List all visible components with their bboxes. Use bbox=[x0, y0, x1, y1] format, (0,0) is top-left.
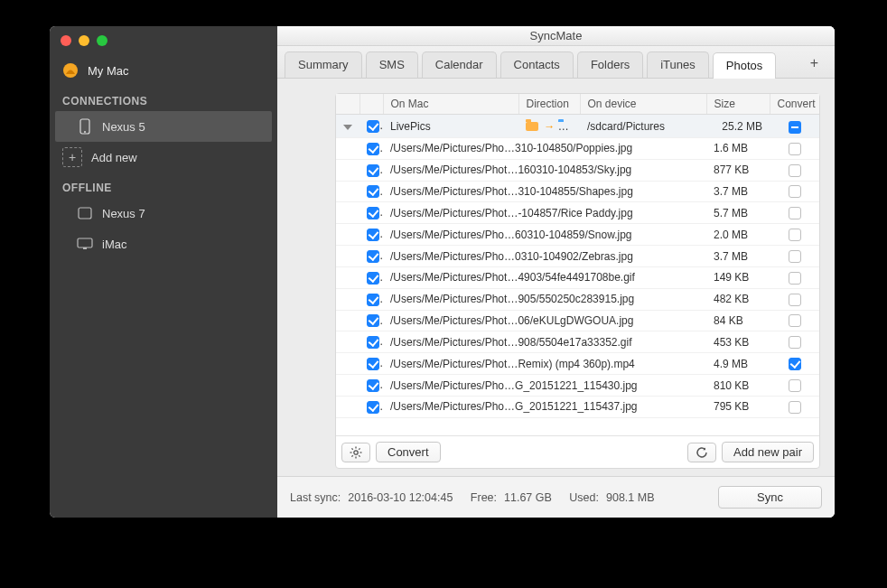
svg-point-2 bbox=[84, 131, 86, 133]
row-size: 5.7 MB bbox=[706, 202, 770, 224]
row-checkbox[interactable] bbox=[367, 379, 379, 392]
tab-itunes[interactable]: iTunes bbox=[647, 51, 709, 78]
row-convert-checkbox[interactable] bbox=[789, 379, 801, 392]
row-convert-checkbox[interactable] bbox=[789, 358, 801, 370]
table-row[interactable]: /Users/Me/Pictures/Pho…0310-104902/Zebra… bbox=[336, 246, 819, 267]
panel-toolbar: Convert Add new pair bbox=[336, 435, 819, 468]
disclosure-icon[interactable] bbox=[343, 125, 352, 130]
photos-panel: On Mac Direction On device Size Convert … bbox=[335, 93, 820, 469]
profile-row[interactable]: My Mac bbox=[50, 55, 277, 86]
table-row[interactable]: /Users/Me/Pictures/Phot…-104857/Rice Pad… bbox=[336, 202, 819, 224]
add-connection[interactable]: + Add new bbox=[62, 147, 265, 167]
sync-button[interactable]: Sync bbox=[718, 486, 822, 509]
row-size: 1.6 MB bbox=[706, 138, 770, 160]
row-convert-checkbox[interactable] bbox=[789, 294, 801, 306]
row-size: 84 KB bbox=[706, 310, 770, 331]
add-pair-button[interactable]: Add new pair bbox=[722, 442, 814, 462]
row-checkbox[interactable] bbox=[367, 185, 379, 198]
row-checkbox[interactable] bbox=[367, 294, 379, 306]
convert-button[interactable]: Convert bbox=[376, 442, 441, 462]
tab-sms[interactable]: SMS bbox=[366, 51, 418, 78]
tab-contacts[interactable]: Contacts bbox=[500, 51, 574, 78]
row-checkbox[interactable] bbox=[367, 229, 379, 241]
tab-calendar[interactable]: Calendar bbox=[422, 51, 497, 78]
sidebar-item-label: Nexus 7 bbox=[102, 207, 145, 220]
tab-summary[interactable]: Summary bbox=[285, 51, 362, 78]
row-convert-checkbox[interactable] bbox=[789, 207, 801, 219]
table-row[interactable]: /Users/Me/Pictures/Phot…4903/54fe4491708… bbox=[336, 266, 819, 288]
table-row[interactable]: /Users/Me/Pictures/Phot…905/550250c28391… bbox=[336, 288, 819, 310]
row-path: /Users/Me/Pictures/Phot…908/5504e17a3335… bbox=[383, 331, 706, 353]
row-checkbox[interactable] bbox=[367, 250, 379, 263]
group-row[interactable]: LivePics → /sdcard/Pictures 25.2 MB bbox=[336, 115, 819, 138]
settings-button[interactable] bbox=[341, 443, 370, 462]
col-size[interactable]: Size bbox=[706, 94, 770, 115]
row-path: /Users/Me/Pictures/Phot…905/550250c28391… bbox=[383, 288, 706, 310]
tab-folders[interactable]: Folders bbox=[577, 51, 643, 78]
table-row[interactable]: /Users/Me/Pictures/Pho…310-104850/Poppie… bbox=[336, 138, 819, 160]
row-path: /Users/Me/Pictures/Pho…0310-104902/Zebra… bbox=[383, 246, 706, 267]
row-convert-checkbox[interactable] bbox=[789, 336, 801, 349]
row-checkbox[interactable] bbox=[367, 314, 379, 327]
row-checkbox[interactable] bbox=[367, 336, 379, 349]
svg-rect-5 bbox=[83, 247, 87, 249]
table-row[interactable]: /Users/Me/Pictures/Phot…06/eKULgDWGOUA.j… bbox=[336, 310, 819, 331]
table-row[interactable]: /Users/Me/Pictures/Pho…G_20151221_115430… bbox=[336, 375, 819, 397]
row-checkbox[interactable] bbox=[367, 358, 379, 370]
table-row[interactable]: /Users/Me/Pictures/Phot…908/5504e17a3335… bbox=[336, 331, 819, 353]
row-size: 3.7 MB bbox=[706, 246, 770, 267]
refresh-icon bbox=[696, 446, 708, 459]
profile-label: My Mac bbox=[88, 64, 129, 78]
tab-add[interactable]: + bbox=[801, 51, 827, 78]
svg-line-14 bbox=[351, 455, 352, 456]
sidebar-item-imac[interactable]: iMac bbox=[50, 229, 277, 259]
free-value: 11.67 GB bbox=[504, 491, 552, 504]
row-checkbox[interactable] bbox=[367, 272, 379, 285]
table-row[interactable]: /Users/Me/Pictures/Pho…60310-104859/Snow… bbox=[336, 224, 819, 246]
row-checkbox[interactable] bbox=[367, 207, 379, 219]
row-convert-checkbox[interactable] bbox=[789, 272, 801, 285]
window-title: SyncMate bbox=[277, 26, 835, 46]
minimize-icon[interactable] bbox=[79, 35, 89, 46]
table-row[interactable]: /Users/Me/Pictures/Pho…G_20151221_115437… bbox=[336, 396, 819, 417]
row-convert-checkbox[interactable] bbox=[789, 314, 801, 327]
row-convert-checkbox[interactable] bbox=[789, 164, 801, 177]
sidebar-item-nexus7[interactable]: Nexus 7 bbox=[50, 198, 277, 229]
row-convert-checkbox[interactable] bbox=[789, 185, 801, 198]
row-size: 3.7 MB bbox=[706, 181, 770, 202]
row-size: 149 KB bbox=[706, 266, 770, 288]
col-convert[interactable]: Convert bbox=[770, 94, 819, 115]
group-on-mac: LivePics bbox=[383, 115, 518, 138]
group-checkbox[interactable] bbox=[367, 120, 379, 133]
folder-icon bbox=[558, 122, 571, 131]
last-sync-value: 2016-03-10 12:04:45 bbox=[348, 491, 453, 504]
col-direction[interactable]: Direction bbox=[518, 94, 580, 115]
row-convert-checkbox[interactable] bbox=[789, 401, 801, 414]
refresh-button[interactable] bbox=[687, 443, 716, 462]
zoom-icon[interactable] bbox=[97, 35, 107, 46]
row-size: 795 KB bbox=[706, 396, 770, 417]
row-convert-checkbox[interactable] bbox=[789, 143, 801, 155]
table-row[interactable]: /Users/Me/Pictures/Phot…Remix) (mp4 360p… bbox=[336, 353, 819, 375]
col-on-device[interactable]: On device bbox=[580, 94, 706, 115]
row-convert-checkbox[interactable] bbox=[789, 250, 801, 263]
folder-icon bbox=[526, 122, 538, 131]
group-on-device: /sdcard/Pictures bbox=[580, 115, 706, 138]
table-row[interactable]: /Users/Me/Pictures/Phot…310-104855/Shape… bbox=[336, 181, 819, 202]
table-row[interactable]: /Users/Me/Pictures/Phot…160310-104853/Sk… bbox=[336, 159, 819, 181]
close-icon[interactable] bbox=[61, 35, 71, 46]
row-size: 4.9 MB bbox=[706, 353, 770, 375]
sidebar: My Mac CONNECTIONS Nexus 5 + Add new OFF… bbox=[50, 26, 277, 518]
col-on-mac[interactable]: On Mac bbox=[383, 94, 518, 115]
row-checkbox[interactable] bbox=[367, 143, 379, 155]
phone-icon bbox=[77, 118, 93, 135]
desktop-icon bbox=[77, 236, 93, 252]
row-checkbox[interactable] bbox=[367, 401, 379, 414]
row-size: 2.0 MB bbox=[706, 224, 770, 246]
row-path: /Users/Me/Pictures/Phot…06/eKULgDWGOUA.j… bbox=[383, 310, 706, 331]
convert-mixed-icon[interactable] bbox=[789, 121, 801, 134]
sidebar-item-nexus5[interactable]: Nexus 5 bbox=[55, 111, 272, 142]
row-convert-checkbox[interactable] bbox=[789, 229, 801, 241]
tab-photos[interactable]: Photos bbox=[713, 52, 776, 79]
row-checkbox[interactable] bbox=[367, 164, 379, 177]
